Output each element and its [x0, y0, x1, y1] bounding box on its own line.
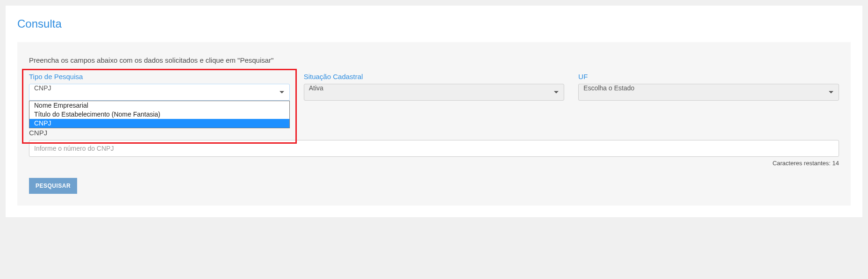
- select-wrap-uf: Escolha o Estado: [578, 84, 839, 101]
- select-tipo-pesquisa[interactable]: CNPJ: [29, 84, 290, 101]
- col-situacao: Situação Cadastral Ativa: [304, 73, 565, 101]
- label-situacao: Situação Cadastral: [304, 73, 565, 81]
- dropdown-tipo-pesquisa: Nome Empresarial Título do Estabelecimen…: [29, 101, 290, 128]
- filters-row: Tipo de Pesquisa CNPJ Nome Empresarial T…: [29, 73, 839, 101]
- col-uf: UF Escolha o Estado: [578, 73, 839, 101]
- select-uf[interactable]: Escolha o Estado: [578, 84, 839, 101]
- char-counter-value: 14: [832, 160, 839, 167]
- instruction-text: Preencha os campos abaixo com os dados s…: [29, 56, 839, 64]
- select-situacao[interactable]: Ativa: [304, 84, 565, 101]
- cnpj-input[interactable]: [29, 140, 839, 157]
- form-panel: Preencha os campos abaixo com os dados s…: [17, 42, 851, 206]
- char-counter-prefix: Caracteres restantes:: [773, 160, 832, 167]
- option-nome-empresarial[interactable]: Nome Empresarial: [29, 101, 289, 110]
- page-title: Consulta: [17, 17, 851, 30]
- main-card: Consulta Preencha os campos abaixo com o…: [6, 6, 862, 217]
- search-button[interactable]: PESQUISAR: [29, 178, 77, 194]
- select-wrap-tipo: CNPJ Nome Empresarial Título do Estabele…: [29, 84, 290, 101]
- select-wrap-situacao: Ativa: [304, 84, 565, 101]
- char-counter: Caracteres restantes: 14: [29, 160, 839, 167]
- option-cnpj[interactable]: CNPJ: [29, 119, 289, 128]
- option-nome-fantasia[interactable]: Título do Estabelecimento (Nome Fantasia…: [29, 110, 289, 119]
- label-tipo-pesquisa: Tipo de Pesquisa: [29, 73, 290, 81]
- label-cnpj: CNPJ: [29, 129, 839, 137]
- label-uf: UF: [578, 73, 839, 81]
- cnpj-row: CNPJ Caracteres restantes: 14: [29, 129, 839, 167]
- col-tipo-pesquisa: Tipo de Pesquisa CNPJ Nome Empresarial T…: [29, 73, 290, 101]
